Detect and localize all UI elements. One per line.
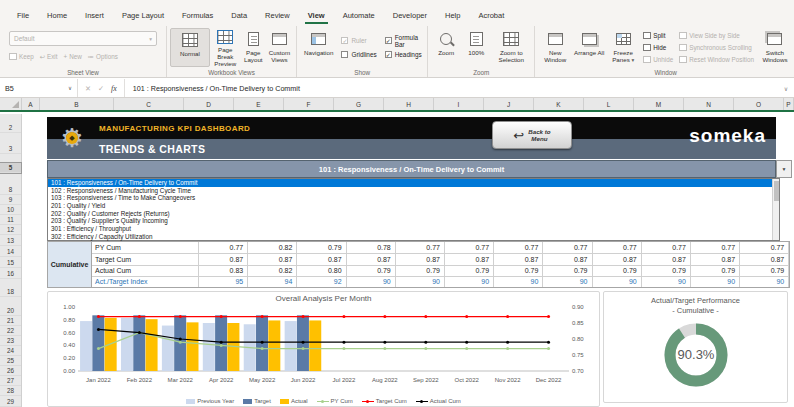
table-cell[interactable]: 0.77 xyxy=(691,242,740,253)
row-header-11[interactable]: 11 xyxy=(0,215,21,225)
headings-checkbox[interactable]: ✓Headings xyxy=(385,48,425,62)
table-cell[interactable]: 0.79 xyxy=(445,266,494,276)
kpi-option[interactable]: 302 : Efficiency / Capacity Utilization xyxy=(48,233,779,241)
table-cell[interactable]: 0.77 xyxy=(543,242,592,253)
table-cell[interactable]: 0.79 xyxy=(297,242,346,253)
table-cell[interactable]: 0.79 xyxy=(740,266,789,276)
enter-icon[interactable]: ✓ xyxy=(98,84,104,93)
table-cell[interactable]: 0.87 xyxy=(593,254,642,264)
row-header-26[interactable]: 26 xyxy=(0,366,21,376)
table-cell[interactable]: 0.80 xyxy=(297,266,346,276)
page-layout-view-button[interactable]: Page Layout xyxy=(241,28,266,67)
kpi-option[interactable]: 201 : Quality / Yield xyxy=(48,202,779,210)
table-cell[interactable]: 90 xyxy=(396,277,445,287)
column-header-A[interactable]: A xyxy=(22,98,40,110)
table-cell[interactable]: 0.87 xyxy=(396,254,445,264)
dropdown-scrollbar[interactable] xyxy=(772,179,779,240)
table-cell[interactable]: 0.77 xyxy=(593,242,642,253)
column-header-M[interactable]: M xyxy=(634,98,684,110)
row-label[interactable]: Target Cum xyxy=(92,254,199,264)
row-header-27[interactable]: 27 xyxy=(0,376,21,386)
freeze-panes-button[interactable]: Freeze Panes ▾ xyxy=(606,28,640,67)
column-header-N[interactable]: N xyxy=(684,98,734,110)
table-cell[interactable]: 90 xyxy=(347,277,396,287)
ribbon-tab-developer[interactable]: Developer xyxy=(384,6,436,26)
column-header-H[interactable]: H xyxy=(384,98,434,110)
table-cell[interactable]: 0.83 xyxy=(199,266,248,276)
table-cell[interactable]: 0.77 xyxy=(642,242,691,253)
table-cell[interactable]: 90 xyxy=(593,277,642,287)
formula-input[interactable]: 101 : Responsiveness / On-Time Delivery … xyxy=(125,79,778,97)
scrollbar-thumb[interactable] xyxy=(774,181,779,201)
table-cell[interactable]: 0.77 xyxy=(199,242,248,253)
table-cell[interactable]: 90 xyxy=(543,277,592,287)
ribbon-tab-home[interactable]: Home xyxy=(38,6,76,26)
normal-view-button[interactable]: Normal xyxy=(170,28,210,67)
table-cell[interactable]: 90 xyxy=(494,277,543,287)
zoom-100-button[interactable]: 100% xyxy=(461,28,491,67)
table-cell[interactable]: 0.79 xyxy=(593,266,642,276)
table-cell[interactable]: 0.78 xyxy=(347,242,396,253)
row-header-24[interactable]: 24 xyxy=(0,346,21,356)
row-label[interactable]: Act./Target Index xyxy=(92,277,199,287)
column-header-G[interactable]: G xyxy=(334,98,384,110)
new-sheet-view-button[interactable]: +New xyxy=(64,50,82,62)
ribbon-tab-automate[interactable]: Automate xyxy=(334,6,384,26)
row-header-2[interactable]: 2 xyxy=(0,123,21,133)
ribbon-tab-file[interactable]: File xyxy=(8,6,38,26)
page-break-preview-button[interactable]: Page Break Preview xyxy=(210,28,241,67)
view-side-by-side-button[interactable]: View Side by Side xyxy=(679,30,754,42)
column-header-J[interactable]: J xyxy=(484,98,534,110)
exit-sheet-view-button[interactable]: ↩Exit xyxy=(40,50,58,62)
table-cell[interactable]: 0.79 xyxy=(543,266,592,276)
table-cell[interactable]: 0.87 xyxy=(199,254,248,264)
column-header-L[interactable]: L xyxy=(584,98,634,110)
table-cell[interactable]: 94 xyxy=(248,277,297,287)
column-header-E[interactable]: E xyxy=(234,98,284,110)
arrange-all-button[interactable]: Arrange All xyxy=(572,28,606,67)
table-cell[interactable]: 0.77 xyxy=(445,242,494,253)
column-header-P[interactable]: P xyxy=(784,98,794,110)
ribbon-tab-page-layout[interactable]: Page Layout xyxy=(113,6,173,26)
table-cell[interactable]: 0.87 xyxy=(248,254,297,264)
column-header-I[interactable]: I xyxy=(434,98,484,110)
row-header-8[interactable]: 8 xyxy=(0,185,21,195)
column-header-C[interactable]: C xyxy=(114,98,184,110)
table-cell[interactable]: 0.77 xyxy=(740,242,789,253)
row-header-28[interactable]: 28 xyxy=(0,386,21,396)
unhide-button[interactable]: Unhide xyxy=(643,54,673,66)
table-cell[interactable]: 95 xyxy=(199,277,248,287)
insert-function-icon[interactable]: fx xyxy=(111,84,117,93)
row-header-10[interactable]: 10 xyxy=(0,205,21,215)
ribbon-tab-help[interactable]: Help xyxy=(436,6,469,26)
formula-bar-checkbox[interactable]: ✓Formula Bar xyxy=(385,34,425,48)
row-header-21[interactable]: 21 xyxy=(0,316,21,326)
table-cell[interactable]: 0.87 xyxy=(445,254,494,264)
switch-windows-button[interactable]: Switch Windows xyxy=(757,28,793,67)
table-cell[interactable]: 0.82 xyxy=(248,266,297,276)
column-header-B[interactable]: B xyxy=(40,98,114,110)
row-header-16[interactable]: 16 xyxy=(0,269,21,279)
row-label[interactable]: PY Cum xyxy=(92,242,199,253)
ribbon-tab-formulas[interactable]: Formulas xyxy=(173,6,222,26)
row-header-25[interactable]: 25 xyxy=(0,356,21,366)
kpi-dropdown[interactable]: 101 : Responsiveness / On-Time Delivery … xyxy=(47,160,776,178)
table-cell[interactable]: 90 xyxy=(642,277,691,287)
table-cell[interactable]: 90 xyxy=(740,277,789,287)
table-cell[interactable]: 0.87 xyxy=(543,254,592,264)
column-header-D[interactable]: D xyxy=(184,98,234,110)
ribbon-tab-acrobat[interactable]: Acrobat xyxy=(469,6,513,26)
column-header-O[interactable]: O xyxy=(734,98,784,110)
row-header-23[interactable]: 23 xyxy=(0,336,21,346)
ribbon-tab-data[interactable]: Data xyxy=(222,6,256,26)
kpi-dropdown-arrow[interactable]: ▼ xyxy=(776,160,792,178)
sheet-view-options-button[interactable]: ≔Options xyxy=(88,50,118,62)
table-cell[interactable]: 0.87 xyxy=(642,254,691,264)
kpi-option[interactable]: 103 : Responsiveness / Time to Make Chan… xyxy=(48,194,779,202)
synchronous-scrolling-button[interactable]: Synchronous Scrolling xyxy=(679,42,754,54)
row-label[interactable]: Actual Cum xyxy=(92,266,199,276)
row-header-3[interactable]: 3 xyxy=(0,144,21,154)
gridlines-checkbox[interactable]: Gridlines xyxy=(341,48,376,62)
table-cell[interactable]: 92 xyxy=(297,277,346,287)
row-header-5[interactable]: 5 xyxy=(0,163,21,173)
